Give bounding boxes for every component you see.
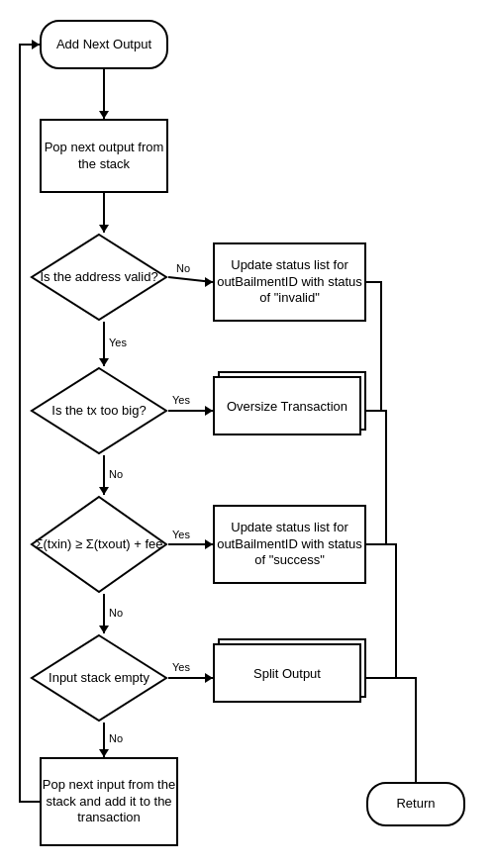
svg-marker-8 [99, 358, 109, 366]
svg-marker-3 [99, 225, 109, 233]
is-tx-too-big-diamond: Is the tx too big? [30, 366, 168, 455]
svg-marker-17 [205, 539, 213, 549]
pop-next-output-node: Pop next output from the stack [40, 119, 168, 193]
return-node: Return [366, 782, 465, 826]
split-output-node: Split Output [213, 643, 361, 703]
is-address-valid-diamond: Is the address valid? [30, 233, 168, 322]
svg-marker-5 [205, 277, 213, 287]
pop-next-input-label: Pop next input from the stack and add it… [42, 777, 176, 827]
oversize-transaction-node: Oversize Transaction [213, 376, 361, 435]
svg-marker-28 [32, 40, 40, 49]
input-stack-empty-node: Input stack empty [30, 633, 168, 723]
svg-text:No: No [176, 262, 190, 274]
is-address-valid-label: Is the address valid? [35, 264, 162, 291]
flowchart-diagram: No Yes Yes No Yes No Yes No [0, 0, 495, 868]
svg-marker-14 [99, 487, 109, 495]
return-label: Return [396, 796, 435, 813]
svg-marker-20 [99, 626, 109, 633]
update-success-label: Update status list for outBailmentID wit… [215, 520, 364, 570]
is-tx-too-big-node: Is the tx too big? [30, 366, 168, 455]
svg-marker-23 [205, 673, 213, 683]
is-tx-too-big-label: Is the tx too big? [47, 398, 150, 425]
svg-text:No: No [109, 732, 123, 744]
svg-text:Yes: Yes [109, 337, 127, 348]
svg-text:Yes: Yes [172, 661, 190, 673]
split-output-label: Split Output [253, 666, 321, 681]
add-next-output-node: Add Next Output [40, 20, 168, 69]
svg-text:No: No [109, 468, 123, 480]
pop-next-output-label: Pop next output from the stack [42, 140, 166, 173]
svg-text:No: No [109, 607, 123, 619]
sum-txin-diamond: Σ(txin) ≥ Σ(txout) + fee [30, 495, 168, 594]
update-invalid-label: Update status list for outBailmentID wit… [215, 257, 364, 308]
sum-txin-label: Σ(txin) ≥ Σ(txout) + fee [30, 531, 167, 558]
svg-marker-26 [99, 749, 109, 757]
is-address-valid-node: Is the address valid? [30, 233, 168, 322]
update-invalid-node: Update status list for outBailmentID wit… [213, 242, 366, 322]
pop-next-input-node: Pop next input from the stack and add it… [40, 757, 178, 846]
svg-marker-1 [99, 111, 109, 119]
sum-txin-node: Σ(txin) ≥ Σ(txout) + fee [30, 495, 168, 594]
svg-text:Yes: Yes [172, 529, 190, 540]
svg-text:Yes: Yes [172, 394, 190, 406]
update-success-node: Update status list for outBailmentID wit… [213, 505, 366, 584]
add-next-output-label: Add Next Output [56, 37, 151, 53]
svg-marker-11 [205, 406, 213, 416]
oversize-transaction-label: Oversize Transaction [227, 399, 347, 414]
input-stack-empty-diamond: Input stack empty [30, 633, 168, 723]
input-stack-empty-label: Input stack empty [44, 665, 154, 692]
